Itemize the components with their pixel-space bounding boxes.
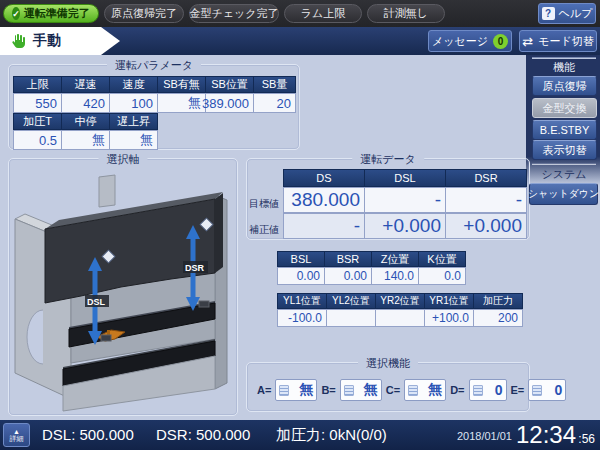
- message-button-label: メッセージ: [432, 34, 488, 49]
- select-a-label: A=: [257, 384, 271, 396]
- system-section-label: システム: [528, 167, 600, 182]
- param-header-cell: SB位置: [205, 76, 254, 93]
- position-table-2: YL1位置 YL2位置 YR2位置 YR1位置 加圧力 -100.0 +100.…: [277, 293, 522, 327]
- select-c-value: 無: [428, 381, 442, 399]
- pos2-header-cell: YL1位置: [277, 293, 327, 309]
- pos2-value-cell[interactable]: +100.0: [424, 309, 474, 327]
- check-icon: ✓: [12, 7, 20, 20]
- sidebar-button-display-switch[interactable]: 表示切替: [532, 140, 597, 160]
- select-e-box[interactable]: 0: [528, 379, 566, 401]
- help-button-label: ヘルプ: [559, 6, 593, 21]
- select-e-label: E=: [511, 384, 525, 396]
- param-value-cell[interactable]: 20: [253, 93, 296, 113]
- pos2-value-cell[interactable]: [375, 309, 425, 327]
- date-display: 2018/01/01: [457, 430, 512, 442]
- detail-arrow-icon: ▲: [13, 428, 20, 435]
- select-b-box[interactable]: 無: [340, 379, 382, 401]
- param-value-cell[interactable]: 無: [61, 130, 110, 150]
- svg-text:DSL: DSL: [87, 297, 106, 307]
- param-header-cell: 加圧T: [13, 113, 62, 130]
- mode-switch-button[interactable]: ⇄ モード切替: [519, 30, 597, 52]
- main-area: 運転パラメータ 上限 遅速 速度 SB有無 SB位置 SB量 550 420 1…: [0, 55, 600, 420]
- status-pill-die-check-done: 金型チェック完了: [189, 4, 279, 23]
- param-value-cell[interactable]: 420: [61, 93, 110, 113]
- detail-button[interactable]: ▲ 詳細: [3, 423, 30, 447]
- param-value-cell[interactable]: 0.5: [13, 130, 62, 150]
- mode-label: 手動: [33, 32, 61, 50]
- pos1-value-cell[interactable]: 0.0: [418, 267, 466, 285]
- pos2-value-cell[interactable]: [326, 309, 376, 327]
- status-pill-home-done: 原点復帰完了: [104, 4, 184, 23]
- pos1-header-cell: Z位置: [371, 251, 419, 267]
- param-header-cell: 上限: [13, 76, 62, 93]
- pos2-value-cell[interactable]: 200: [473, 309, 523, 327]
- opdata-correction-cell[interactable]: -: [283, 213, 365, 239]
- correction-value-row-label: 補正値: [249, 223, 279, 237]
- sidebar-button-shutdown[interactable]: シャットダウン: [529, 183, 598, 205]
- pos1-value-cell[interactable]: 0.00: [324, 267, 372, 285]
- opdata-column-header: DS: [283, 169, 365, 187]
- pos2-header-cell: 加圧力: [473, 293, 523, 309]
- select-a-value: 無: [299, 381, 313, 399]
- mode-bar: 手動 メッセージ 0 ⇄ モード切替: [0, 27, 600, 55]
- list-icon: [473, 385, 483, 396]
- list-icon: [408, 385, 418, 396]
- param-header-cell: 速度: [109, 76, 158, 93]
- select-function-title: 選択機能: [358, 356, 418, 371]
- param-header-cell: 遅上昇: [109, 113, 158, 130]
- list-icon: [344, 385, 354, 396]
- opdata-target-cell[interactable]: -: [364, 187, 446, 213]
- operation-parameters-title: 運転パラメータ: [107, 58, 201, 73]
- param-value-cell[interactable]: 無: [109, 130, 158, 150]
- status-bar: ✓ 運転準備完了 原点復帰完了 金型チェック完了 ラム上限 計測無し ? ヘルプ: [0, 0, 600, 27]
- param-value-cell[interactable]: 389.000: [205, 93, 254, 113]
- time-display: 12:34: [516, 421, 576, 449]
- swap-icon: ⇄: [522, 35, 533, 48]
- param-value-cell[interactable]: 無: [157, 93, 206, 113]
- param-value-cell[interactable]: 100: [109, 93, 158, 113]
- pos1-header-cell: K位置: [418, 251, 466, 267]
- select-function-group: 選択機能 A= 無 B= 無 C= 無 D= 0 E=: [246, 362, 530, 412]
- select-c-box[interactable]: 無: [404, 379, 446, 401]
- opdata-column-header: DSL: [364, 169, 446, 187]
- select-c-label: C=: [386, 384, 400, 396]
- opdata-correction-cell[interactable]: +0.000: [364, 213, 446, 239]
- mode-banner: 手動: [0, 27, 122, 55]
- bottom-status-bar: ▲ 詳細 DSL: 500.000 DSR: 500.000 加圧力: 0kN(…: [0, 420, 600, 450]
- pos1-value-cell[interactable]: 0.00: [277, 267, 325, 285]
- help-icon: ?: [542, 7, 555, 20]
- list-icon: [532, 385, 542, 396]
- select-b-label: B=: [321, 384, 335, 396]
- dsl-readout: DSL: 500.000: [42, 426, 134, 443]
- opdata-column-header: DSR: [445, 169, 527, 187]
- opdata-target-cell[interactable]: -: [445, 187, 527, 213]
- help-button[interactable]: ? ヘルプ: [538, 3, 596, 24]
- pos2-header-cell: YR1位置: [424, 293, 474, 309]
- mode-switch-label: モード切替: [538, 34, 594, 49]
- list-icon: [279, 385, 289, 396]
- press-brake-machine-image: DSL DSR: [11, 169, 235, 413]
- operation-parameters-group: 運転パラメータ 上限 遅速 速度 SB有無 SB位置 SB量 550 420 1…: [8, 64, 300, 150]
- sidebar-button-be-stby[interactable]: B.E.STBY: [532, 120, 597, 140]
- param-header-cell: SB量: [253, 76, 296, 93]
- param-value-cell[interactable]: 550: [13, 93, 62, 113]
- message-button[interactable]: メッセージ 0: [428, 30, 512, 52]
- pos2-header-cell: YR2位置: [375, 293, 425, 309]
- sidebar-button-die-change[interactable]: 金型交換: [532, 98, 597, 118]
- svg-text:DSR: DSR: [185, 263, 205, 273]
- ready-status-pill: ✓ 運転準備完了: [3, 4, 99, 23]
- sidebar-button-home-return[interactable]: 原点復帰: [532, 76, 597, 96]
- select-d-box[interactable]: 0: [469, 379, 507, 401]
- operation-data-group: 運転データ 目標値 補正値 DS DSL DSR 380.000 - - - +…: [246, 158, 530, 240]
- opdata-correction-cell[interactable]: +0.000: [445, 213, 527, 239]
- detail-button-label: 詳細: [10, 435, 24, 442]
- function-section-label: 機能: [528, 60, 600, 75]
- position-table-1: BSL BSR Z位置 K位置 0.00 0.00 140.0 0.0: [277, 251, 465, 285]
- opdata-target-cell[interactable]: 380.000: [283, 187, 365, 213]
- pos1-header-cell: BSR: [324, 251, 372, 267]
- select-a-box[interactable]: 無: [275, 379, 317, 401]
- select-e-value: 0: [554, 382, 562, 398]
- pos1-value-cell[interactable]: 140.0: [371, 267, 419, 285]
- param-header-cell: SB有無: [157, 76, 206, 93]
- pos2-value-cell[interactable]: -100.0: [277, 309, 327, 327]
